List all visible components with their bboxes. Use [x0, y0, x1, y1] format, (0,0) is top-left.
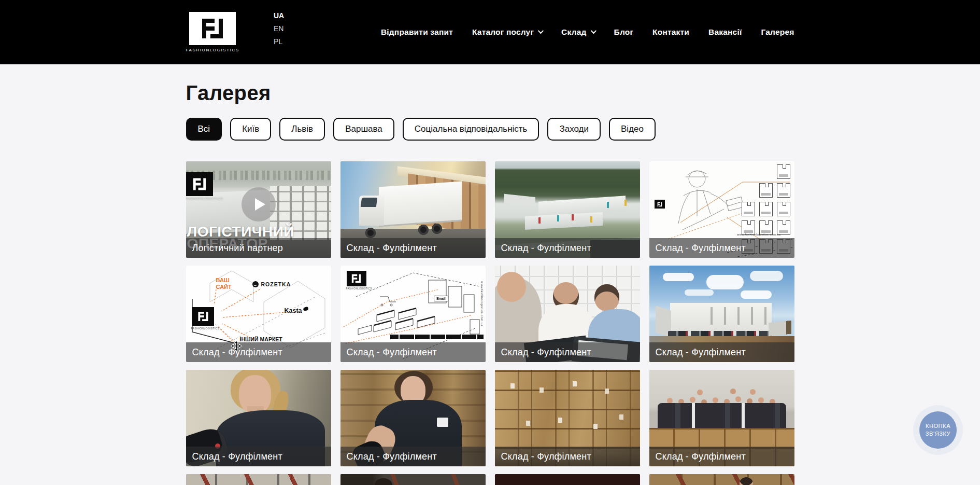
person-head — [497, 272, 526, 302]
filter-kyiv[interactable]: Київ — [230, 118, 271, 141]
move-cursor-icon — [231, 340, 242, 352]
gallery-item-aerial[interactable]: Склад - Фулфілмент — [495, 161, 640, 258]
truck — [769, 321, 791, 337]
logo-small-icon — [192, 307, 214, 326]
nav-warehouse[interactable]: Склад — [561, 27, 594, 37]
filter-video[interactable]: Відео — [609, 118, 656, 141]
warehouse-building — [504, 194, 535, 206]
person-head — [740, 477, 753, 485]
nav-vacancies[interactable]: Вакансії — [708, 27, 742, 37]
chevron-down-icon — [538, 27, 544, 33]
logo-small-text: FASHIONLOGISTICS — [191, 327, 220, 330]
box-icon — [777, 164, 790, 179]
logo-small-icon — [655, 200, 665, 209]
other-market-label: ІНШИЙ МАРКЕТ — [240, 336, 282, 342]
warehouse-building — [525, 212, 603, 230]
gallery-item-team-meeting[interactable]: Склад - Фулфілмент — [495, 266, 640, 362]
nav-send-request[interactable]: Відправити запит — [381, 27, 453, 37]
filter-social-responsibility[interactable]: Соціальна відповідальність — [403, 118, 539, 141]
gallery-item-channels-diagram[interactable]: ВАШ САЙТ ROZETKA Kasta ІНШИЙ МАРКЕТ FASH… — [186, 266, 331, 362]
nav-contacts[interactable]: Контакти — [652, 27, 689, 37]
gallery-item-video[interactable]: FASHIONLOGISTICS ЛОГІСТИЧНИЙ ОПЕРАТОР Ло… — [186, 161, 331, 258]
brand-text: FASHIONLOGISTICS — [186, 48, 239, 52]
clouds — [663, 273, 694, 281]
filter-lviv[interactable]: Львів — [279, 118, 325, 141]
truck-wheel — [432, 224, 442, 234]
language-switcher: UA EN PL — [274, 11, 284, 46]
team-bodies — [658, 403, 786, 430]
logo-patch — [437, 418, 448, 427]
gallery-item-worker-scanning[interactable]: Склад - Фулфілмент — [340, 370, 486, 466]
chevron-down-icon — [590, 27, 596, 33]
filter-warsaw[interactable]: Варшава — [333, 118, 394, 141]
gallery-item-worker-portrait[interactable]: Склад - Фулфілмент — [186, 370, 331, 466]
gallery-grid: FASHIONLOGISTICS ЛОГІСТИЧНИЙ ОПЕРАТОР Ло… — [186, 161, 794, 485]
gallery-item-building[interactable]: Склад - Фулфілмент — [649, 266, 794, 362]
person-head — [594, 284, 619, 311]
box-icon — [759, 183, 773, 198]
nav-services-catalog[interactable]: Каталог послуг — [472, 27, 542, 37]
gallery-item-partial[interactable] — [649, 474, 794, 485]
box-labels — [510, 383, 515, 389]
contact-button[interactable]: КНОПКА ЗВ'ЯЗКУ — [919, 411, 957, 449]
website-url-text: www.fashionlogistics.com.ua — [737, 233, 780, 236]
gallery-caption: Логістичний партнер — [186, 238, 331, 258]
nav-blog[interactable]: Блог — [614, 27, 634, 37]
play-button[interactable] — [242, 187, 276, 221]
box-icon — [777, 202, 790, 216]
rozetka-smile-icon — [252, 281, 259, 287]
gallery-item-partial[interactable] — [186, 474, 331, 485]
boxes-worker-photo — [649, 474, 794, 485]
gallery-caption: Склад - Фулфілмент — [649, 238, 794, 258]
dark-warehouse-photo — [495, 474, 640, 485]
email-label: Email — [434, 296, 448, 301]
gallery-caption: Склад - Фулфілмент — [495, 447, 640, 466]
main-content: Галерея Всі Київ Львів Варшава Соціальна… — [186, 81, 794, 485]
gallery-item-sketch-worker[interactable]: www.fashionlogistics.com.ua Склад - Фулф… — [649, 161, 794, 258]
gallery-caption: Склад - Фулфілмент — [186, 447, 331, 466]
gallery-item-boxes[interactable]: Склад - Фулфілмент — [495, 370, 640, 466]
box-icon — [777, 183, 790, 198]
main-nav: Відправити запит Каталог послуг Склад Бл… — [381, 27, 794, 37]
logo-overlay-text: FASHIONLOGISTICS — [187, 197, 223, 200]
lang-pl[interactable]: PL — [274, 37, 284, 46]
logo-overlay-icon — [186, 172, 213, 196]
gallery-item-partial[interactable] — [495, 474, 640, 485]
contact-widget-halo: КНОПКА ЗВ'ЯЗКУ — [913, 405, 963, 455]
lang-ua[interactable]: UA — [274, 11, 284, 20]
truck-wheel — [365, 228, 376, 238]
building — [670, 303, 772, 335]
filter-bar: Всі Київ Львів Варшава Соціальна відпові… — [186, 118, 794, 141]
gallery-item-partial[interactable] — [340, 474, 486, 485]
gallery-caption: Склад - Фулфілмент — [649, 342, 794, 362]
gallery-item-truck[interactable]: Склад - Фулфілмент — [340, 161, 486, 258]
filter-all[interactable]: Всі — [186, 118, 222, 141]
warehouse-worker-photo — [340, 474, 486, 485]
contact-button-line1: КНОПКА — [926, 422, 950, 430]
facade-accents — [557, 215, 559, 221]
gallery-caption: Склад - Фулфілмент — [649, 447, 794, 466]
truck-windshield — [360, 198, 377, 207]
person-head — [375, 478, 392, 485]
play-icon — [255, 198, 265, 211]
truck-trailer — [379, 181, 462, 225]
gallery-caption: Склад - Фулфілмент — [340, 342, 486, 362]
gallery-caption: Склад - Фулфілмент — [186, 342, 331, 362]
logo-small-text: FASHIONLOGISTICS — [346, 287, 372, 290]
process-bar — [390, 335, 484, 339]
truck-wheel — [418, 225, 429, 235]
gallery-item-warehouse-scheme[interactable]: FASHIONLOGISTICS Email www.fashionlogist… — [340, 266, 486, 362]
rozetka-label: ROZETKA — [252, 281, 291, 287]
logo[interactable]: FASHIONLOGISTICS — [186, 12, 239, 52]
logo-small-icon — [347, 271, 366, 286]
gallery-caption: Склад - Фулфілмент — [495, 238, 640, 258]
gallery-item-team-photo[interactable]: Склад - Фулфілмент — [649, 370, 794, 466]
nav-gallery[interactable]: Галерея — [761, 27, 794, 37]
your-site-label: ВАШ САЙТ — [216, 277, 239, 290]
filter-events[interactable]: Заходи — [547, 118, 601, 141]
logo-monogram-icon — [189, 12, 236, 45]
lang-en[interactable]: EN — [274, 24, 284, 33]
website-url-vertical-text: www.fashionlogistics.com.ua — [480, 281, 484, 326]
warehouse-racks-photo — [186, 474, 331, 485]
page-title: Галерея — [186, 81, 794, 105]
